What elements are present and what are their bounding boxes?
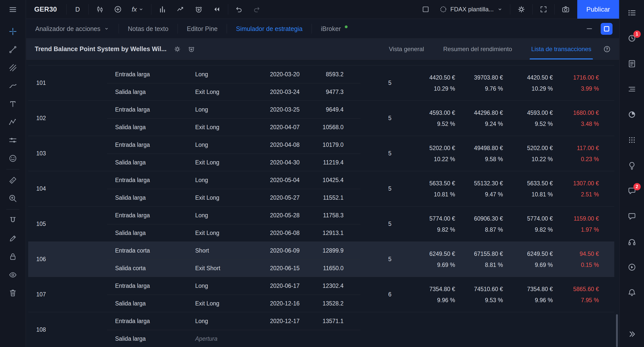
drawdown-pct: 3.48 % xyxy=(581,120,599,128)
drawdown-cell: 94.50 € 0.15 % xyxy=(538,242,599,277)
drawdown-pct: 3.99 % xyxy=(581,85,599,92)
magnet-mode[interactable] xyxy=(4,211,22,229)
trade-row[interactable]: 106 Entrada corta Short 2020-06-09 12899… xyxy=(28,242,614,277)
watchlist-panel[interactable] xyxy=(623,0,641,25)
tab-notas-de-texto[interactable]: Notas de texto xyxy=(119,19,178,38)
measure-tool[interactable] xyxy=(4,171,22,189)
brush-tool[interactable] xyxy=(4,77,22,95)
tab-simulador-de-estrategia[interactable]: Simulador de estrategia xyxy=(227,19,312,38)
calendar-panel[interactable] xyxy=(623,127,641,153)
indicators-fx-icon: fx xyxy=(132,6,138,13)
drawing-mode[interactable] xyxy=(4,229,22,248)
forecast-button[interactable] xyxy=(172,0,190,19)
public-chat-panel[interactable] xyxy=(623,203,641,229)
strategy-alert-button[interactable] xyxy=(188,45,195,53)
alerts-panel[interactable]: 1 xyxy=(623,25,641,51)
bar-replay-button[interactable] xyxy=(208,0,226,19)
ideas-panel[interactable] xyxy=(623,153,641,178)
drawdown-pct: 7.95 % xyxy=(581,296,599,304)
publish-button[interactable]: Publicar xyxy=(577,0,619,19)
zoom-in-tool[interactable] xyxy=(4,189,22,207)
exit-price: 9477.3 xyxy=(283,83,344,101)
strategy-settings-button[interactable] xyxy=(174,45,181,53)
undo-button[interactable] xyxy=(230,0,248,19)
trash-icon xyxy=(8,288,17,297)
partial-row xyxy=(28,60,614,65)
text-tool[interactable] xyxy=(4,95,22,113)
crosshair-tool[interactable] xyxy=(4,22,22,41)
minimize-icon xyxy=(586,25,593,32)
data-window-panel[interactable] xyxy=(623,76,641,102)
strategy-help-button[interactable] xyxy=(603,45,611,53)
compare-button[interactable] xyxy=(109,0,127,19)
strategy-header-icons xyxy=(174,45,195,53)
drawdown-value: 1159.00 € xyxy=(573,215,599,222)
hotlists-panel[interactable] xyxy=(623,102,641,127)
symbol-button[interactable]: GER30 xyxy=(26,6,64,13)
template-selector[interactable]: FDAX plantilla... xyxy=(434,0,508,19)
forecast-measure-tool[interactable] xyxy=(4,131,22,149)
exit-signal: Exit Long xyxy=(195,83,219,101)
maximize-panel-button[interactable] xyxy=(601,23,613,35)
tab-editor-pine[interactable]: Editor Pine xyxy=(178,19,227,38)
notifications-panel[interactable] xyxy=(623,280,641,305)
bell-icon xyxy=(627,288,636,297)
redo-button[interactable] xyxy=(248,0,265,19)
news-panel[interactable] xyxy=(623,51,641,76)
more-panels[interactable] xyxy=(623,324,641,344)
maximize-panel-icon xyxy=(604,26,609,31)
alert-clock-plus-icon xyxy=(194,5,203,14)
entry-signal: Long xyxy=(195,171,208,189)
brush-icon xyxy=(8,81,17,90)
trade-row[interactable]: 102 Entrada larga Long 2020-03-25 9649.4… xyxy=(28,101,614,136)
entry-signal: Long xyxy=(195,136,208,154)
gear-icon xyxy=(517,5,526,14)
separator xyxy=(554,4,555,15)
strategy-tab-resumen-del-rendimiento[interactable]: Resumen del rendimiento xyxy=(434,39,522,59)
strategy-tab-vista-general[interactable]: Vista general xyxy=(379,39,434,59)
panel-controls xyxy=(586,23,619,35)
xabcd-pattern-tool[interactable] xyxy=(4,113,22,131)
strategy-tab-label: Lista de transacciones xyxy=(531,46,591,53)
vertical-scrollbar[interactable] xyxy=(616,314,618,347)
emoji-tool[interactable] xyxy=(4,149,22,167)
minimize-panel-button[interactable] xyxy=(586,25,593,32)
lock-drawings[interactable] xyxy=(4,248,22,266)
exit-type: Salida larga xyxy=(115,330,146,347)
tab-analizador-de-acciones[interactable]: Analizador de acciones xyxy=(26,19,119,38)
trade-row[interactable]: 108 Entrada larga Long 2020-12-17 13571.… xyxy=(28,312,614,347)
drawdown-value: 1680.00 € xyxy=(573,109,599,117)
strategy-tab-lista-de-transacciones[interactable]: Lista de transacciones xyxy=(522,39,601,59)
separator xyxy=(88,4,89,15)
hide-drawings[interactable] xyxy=(4,266,22,284)
trade-row[interactable]: 107 Entrada larga Long 2020-06-17 12302.… xyxy=(28,277,614,312)
tab-ibroker[interactable]: iBroker xyxy=(312,19,357,38)
streams-panel[interactable] xyxy=(623,254,641,280)
layout-select-button[interactable] xyxy=(417,0,434,19)
main-area: GER30 D fx FDAX plantilla... xyxy=(26,0,619,347)
indicators-button[interactable]: fx xyxy=(127,0,149,19)
trade-row[interactable]: 104 Entrada larga Long 2020-05-04 10425.… xyxy=(28,171,614,206)
chart-settings-button[interactable] xyxy=(512,0,530,19)
chat-panel[interactable]: 2 xyxy=(623,178,641,203)
indicator-templates-button[interactable] xyxy=(153,0,172,19)
trade-row[interactable]: 101 Entrada larga Long 2020-03-20 8593.2… xyxy=(28,65,614,101)
remove-drawings[interactable] xyxy=(4,284,22,302)
chart-type-button[interactable] xyxy=(91,0,109,19)
support-panel[interactable] xyxy=(623,229,641,254)
exit-type: Salida larga xyxy=(115,295,146,312)
trade-row[interactable]: 105 Entrada larga Long 2020-05-28 11758.… xyxy=(28,206,614,242)
exit-type: Salida larga xyxy=(115,118,146,136)
fullscreen-button[interactable] xyxy=(535,0,552,19)
trade-row[interactable]: 103 Entrada larga Long 2020-04-08 10179.… xyxy=(28,136,614,171)
create-alert-button[interactable] xyxy=(190,0,208,19)
layout-square-icon xyxy=(422,5,430,13)
drawdown-value: 117.00 € xyxy=(577,144,599,152)
fib-retracement-tool[interactable] xyxy=(4,59,22,77)
main-menu-button[interactable] xyxy=(0,0,26,19)
entry-type: Entrada larga xyxy=(115,101,150,118)
interval-button[interactable]: D xyxy=(69,6,86,13)
snapshot-button[interactable] xyxy=(557,0,575,19)
exit-type: Salida larga xyxy=(115,154,146,171)
trend-line-tool[interactable] xyxy=(4,41,22,59)
